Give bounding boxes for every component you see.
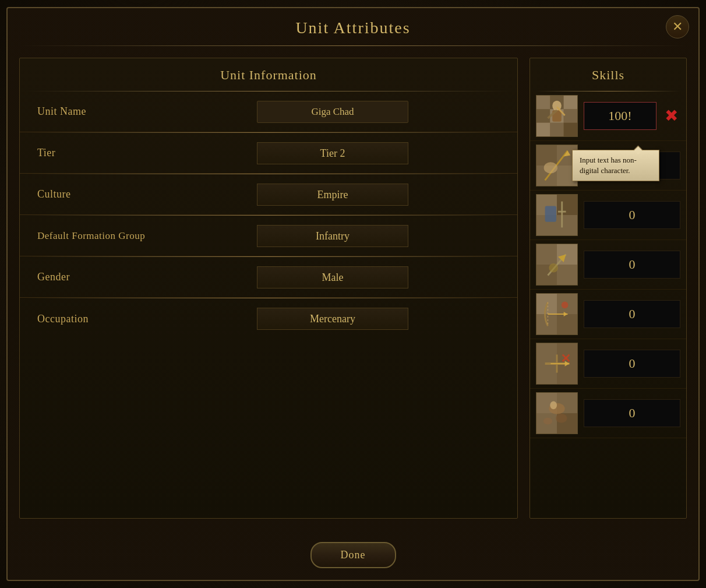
skill-icon-3 xyxy=(536,194,578,236)
occupation-row: Occupation Mercenary Regular Noble xyxy=(20,298,517,339)
culture-row: Culture Empire Norse Steppe xyxy=(20,174,517,215)
modal-body: Unit Information Unit Name Tier Tier 1 T… xyxy=(8,46,698,530)
rider-icon xyxy=(536,393,577,434)
svg-point-19 xyxy=(544,162,557,173)
tier-value: Tier 1 Tier 2 Tier 3 Tier 4 Tier 5 xyxy=(165,142,500,164)
shield-icon xyxy=(536,195,577,235)
svg-point-52 xyxy=(556,414,567,423)
svg-rect-23 xyxy=(545,206,556,221)
modal-container: ✕ Unit Attributes Unit Information Unit … xyxy=(6,7,700,581)
tier-label: Tier xyxy=(37,147,165,159)
modal-footer: Done xyxy=(8,530,698,580)
svg-rect-3 xyxy=(564,96,577,109)
formation-label: Default Formation Group xyxy=(37,230,165,242)
unit-name-input[interactable] xyxy=(257,101,408,123)
svg-rect-4 xyxy=(536,109,550,122)
skill-row-7 xyxy=(530,389,686,438)
unit-name-label: Unit Name xyxy=(37,105,165,118)
skill-row-3 xyxy=(530,191,686,240)
formation-value: Infantry Cavalry Ranged xyxy=(165,225,500,247)
skill-row-4 xyxy=(530,240,686,290)
skill-4-input[interactable] xyxy=(584,251,680,279)
skill-1-input[interactable] xyxy=(584,102,656,130)
skill-1-value-container: Input text has non-digital character. xyxy=(584,102,656,130)
gender-value: Male Female xyxy=(165,266,500,288)
svg-rect-1 xyxy=(536,96,550,109)
gender-row: Gender Male Female xyxy=(20,257,517,298)
tier-row: Tier Tier 1 Tier 2 Tier 3 Tier 4 Tier 5 xyxy=(20,133,517,174)
svg-point-53 xyxy=(543,418,553,425)
unit-information-title: Unit Information xyxy=(20,58,517,91)
gender-select[interactable]: Male Female xyxy=(257,266,408,288)
occupation-value: Mercenary Regular Noble xyxy=(165,308,500,330)
svg-rect-8 xyxy=(550,123,563,136)
culture-select[interactable]: Empire Norse Steppe xyxy=(257,184,408,206)
unit-name-row: Unit Name xyxy=(20,91,517,132)
svg-rect-15 xyxy=(536,145,557,166)
skill-3-input[interactable] xyxy=(584,201,680,229)
skill-3-value-container xyxy=(584,201,680,229)
skill-icon-1 xyxy=(536,95,578,137)
skill-row-1: Input text has non-digital character. ✖ xyxy=(530,91,686,141)
crossbow-icon xyxy=(536,343,577,384)
occupation-label: Occupation xyxy=(37,313,165,325)
svg-point-51 xyxy=(550,402,557,410)
bow-icon xyxy=(536,294,577,335)
skill-row-5 xyxy=(530,290,686,339)
culture-value: Empire Norse Steppe xyxy=(165,184,500,206)
occupation-select[interactable]: Mercenary Regular Noble xyxy=(257,308,408,330)
done-label: Done xyxy=(341,549,366,561)
skill-5-value-container xyxy=(584,300,680,328)
done-button[interactable]: Done xyxy=(310,542,396,568)
tier-select[interactable]: Tier 1 Tier 2 Tier 3 Tier 4 Tier 5 xyxy=(257,142,408,164)
close-button[interactable]: ✕ xyxy=(666,15,689,38)
svg-rect-7 xyxy=(536,123,550,136)
svg-rect-34 xyxy=(557,314,577,335)
formation-select[interactable]: Infantry Cavalry Ranged xyxy=(257,225,408,247)
spear-icon xyxy=(536,145,577,186)
svg-rect-9 xyxy=(564,123,577,136)
unit-name-value xyxy=(165,101,500,123)
svg-point-31 xyxy=(549,263,558,273)
svg-rect-6 xyxy=(564,109,577,122)
warrior-icon xyxy=(536,96,577,136)
left-panel: Unit Information Unit Name Tier Tier 1 T… xyxy=(19,58,518,519)
delete-icon: ✖ xyxy=(665,108,678,124)
axe-icon xyxy=(536,244,577,285)
skill-1-delete-button[interactable]: ✖ xyxy=(662,108,680,124)
skill-7-value-container xyxy=(584,399,680,427)
skill-6-input[interactable] xyxy=(584,350,680,378)
modal-title: Unit Attributes xyxy=(8,8,698,45)
skill-icon-5 xyxy=(536,293,578,335)
skill-row-6 xyxy=(530,339,686,389)
skill-1-tooltip: Input text has non-digital character. xyxy=(572,150,659,181)
skill-icon-6 xyxy=(536,343,578,385)
right-panel: Skills xyxy=(530,58,687,519)
skill-4-value-container xyxy=(584,251,680,279)
tooltip-text: Input text has non-digital character. xyxy=(580,156,637,175)
formation-row: Default Formation Group Infantry Cavalry… xyxy=(20,216,517,256)
close-icon: ✕ xyxy=(672,19,683,34)
skill-6-value-container xyxy=(584,350,680,378)
skill-7-input[interactable] xyxy=(584,399,680,427)
skill-icon-4 xyxy=(536,244,578,286)
skill-5-input[interactable] xyxy=(584,300,680,328)
skills-title: Skills xyxy=(530,58,686,91)
skill-icon-7 xyxy=(536,392,578,434)
svg-point-38 xyxy=(562,302,569,309)
culture-label: Culture xyxy=(37,188,165,200)
gender-label: Gender xyxy=(37,271,165,283)
